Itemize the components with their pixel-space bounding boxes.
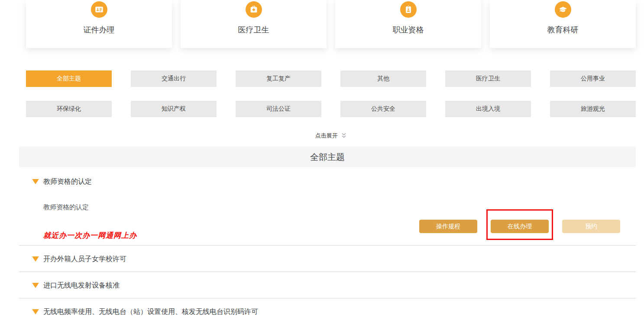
filter-tourism[interactable]: 旅游观光 <box>550 101 636 117</box>
topic-title: 开办外籍人员子女学校许可 <box>43 255 126 264</box>
category-label: 医疗卫生 <box>238 25 269 35</box>
topic-title: 无线电频率使用、无线电台（站）设置使用、核发无线电台识别码许可 <box>43 307 258 317</box>
double-chevron-down-icon <box>341 133 346 138</box>
filter-transport[interactable]: 交通出行 <box>131 70 217 87</box>
section-header: 全部主题 <box>19 147 636 167</box>
topic-item-radio-equipment-approval: 进口无线电发射设备核准 <box>19 272 636 298</box>
filter-work-resumption[interactable]: 复工复产 <box>236 70 321 87</box>
category-label: 教育科研 <box>547 25 579 35</box>
topic-header[interactable]: 教师资格的认定 <box>26 178 636 186</box>
category-cards: 证件办理 医疗卫生 <box>26 0 636 48</box>
services-page: 证件办理 医疗卫生 <box>26 0 636 320</box>
topic-header[interactable]: 无线电频率使用、无线电台（站）设置使用、核发无线电台识别码许可 <box>26 308 636 316</box>
category-card-education[interactable]: 教育科研 <box>490 0 636 48</box>
operating-procedures-button[interactable]: 操作规程 <box>419 220 477 233</box>
category-card-professional[interactable]: 职业资格 <box>335 0 481 48</box>
triangle-down-icon <box>32 283 39 288</box>
filter-intellectual-property[interactable]: 知识产权 <box>131 101 217 117</box>
category-card-medical[interactable]: 医疗卫生 <box>181 0 327 48</box>
topic-item-radio-frequency-license: 无线电频率使用、无线电台（站）设置使用、核发无线电台识别码许可 <box>19 298 636 320</box>
medkit-icon <box>246 1 262 18</box>
badge-icon <box>400 1 417 18</box>
expand-toggle-label: 点击展开 <box>315 132 338 139</box>
topic-header[interactable]: 进口无线电发射设备核准 <box>26 282 636 289</box>
topic-header[interactable]: 开办外籍人员子女学校许可 <box>26 255 636 263</box>
topic-list: 教师资格的认定 教师资格的认定 就近办一次办一网通网上办 操作规程 在线办理 预… <box>19 167 636 320</box>
topic-title: 教师资格的认定 <box>43 177 92 186</box>
service-slogan: 就近办一次办一网通网上办 <box>43 230 137 240</box>
topic-item-teacher-qualification: 教师资格的认定 教师资格的认定 就近办一次办一网通网上办 操作规程 在线办理 预… <box>19 167 636 246</box>
id-card-icon <box>91 1 107 18</box>
filter-entry-exit[interactable]: 出境入境 <box>445 101 531 117</box>
filter-public-utilities[interactable]: 公用事业 <box>550 70 636 87</box>
graduation-cap-icon <box>555 1 571 18</box>
filter-judicial-notary[interactable]: 司法公证 <box>236 101 321 117</box>
category-card-certificates[interactable]: 证件办理 <box>26 0 172 48</box>
category-label: 职业资格 <box>393 25 424 35</box>
filter-medical[interactable]: 医疗卫生 <box>445 70 531 87</box>
topic-item-foreign-school-permit: 开办外籍人员子女学校许可 <box>19 246 636 272</box>
expand-toggle[interactable]: 点击展开 <box>26 132 636 140</box>
appointment-button[interactable]: 预约 <box>562 220 620 233</box>
topic-title: 进口无线电发射设备核准 <box>43 281 120 290</box>
filter-environment[interactable]: 环保绿化 <box>26 101 112 117</box>
triangle-down-icon <box>32 256 39 262</box>
online-processing-button[interactable]: 在线办理 <box>491 220 549 233</box>
filter-public-safety[interactable]: 公共安全 <box>340 101 426 117</box>
filter-other[interactable]: 其他 <box>340 70 426 87</box>
service-row: 教师资格的认定 就近办一次办一网通网上办 操作规程 在线办理 预约 <box>26 186 636 245</box>
category-label: 证件办理 <box>84 25 115 35</box>
service-name: 教师资格的认定 <box>43 203 89 211</box>
topic-filters: 全部主题 交通出行 复工复产 其他 医疗卫生 公用事业 环保绿化 知识产权 司法… <box>26 70 636 117</box>
triangle-down-icon <box>32 309 39 314</box>
triangle-down-icon <box>32 179 39 184</box>
service-buttons: 操作规程 在线办理 预约 <box>419 220 620 233</box>
filter-all-topics[interactable]: 全部主题 <box>26 70 112 87</box>
section-title: 全部主题 <box>310 151 345 163</box>
